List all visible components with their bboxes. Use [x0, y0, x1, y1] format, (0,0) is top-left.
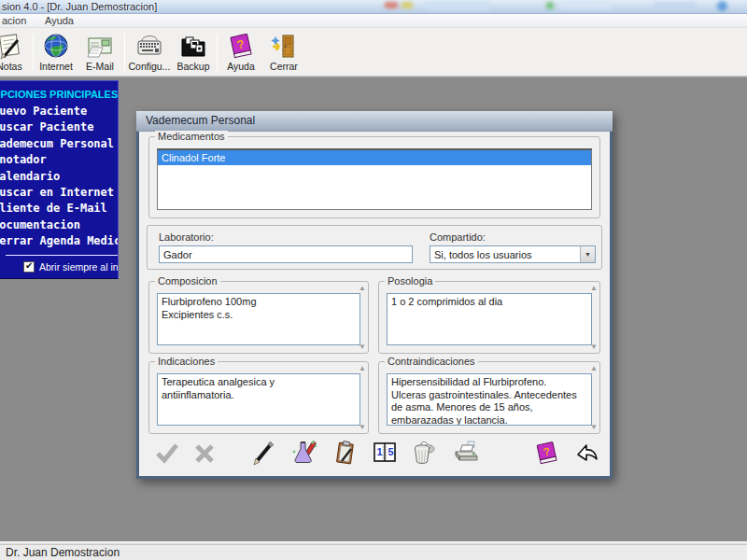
- contraindicaciones-textarea[interactable]: Hipersensibilidad al Flurbiprofeno. Ulce…: [387, 373, 592, 426]
- composicion-label: Composicion: [155, 275, 220, 287]
- background-window-artifact: [546, 2, 554, 9]
- ayuda-button[interactable]: ? Ayuda: [220, 32, 261, 75]
- medicamento-selected-item[interactable]: Clinadol Forte: [158, 150, 591, 165]
- toolbar-label: Configu...: [129, 61, 171, 72]
- toolbar-label: Cerrar: [270, 61, 298, 72]
- toolbar-label: Notas: [0, 61, 22, 72]
- toolbar-label: Internet: [39, 61, 73, 72]
- toolbar-label: Ayuda: [227, 61, 255, 72]
- cancel-icon[interactable]: [191, 440, 218, 466]
- laboratorio-input[interactable]: Gador: [159, 245, 413, 263]
- dropdown-arrow-icon[interactable]: [580, 246, 595, 262]
- edit-pencil-icon[interactable]: [250, 440, 276, 466]
- abrir-siempre-checkbox[interactable]: [23, 261, 35, 273]
- scroll-up-icon[interactable]: [590, 284, 598, 292]
- sidebar-item-calendario[interactable]: Calendario: [0, 169, 119, 185]
- indicaciones-textarea[interactable]: Terapeutica analgesica y antiinflamatori…: [157, 373, 360, 426]
- compartido-dropdown[interactable]: Si, todos los usuarios: [430, 245, 596, 263]
- globe-icon: [42, 32, 70, 60]
- sidebar-item-buscar-en-internet[interactable]: Buscar en Internet: [0, 185, 119, 201]
- abrir-siempre-checkbox-label: Abrir siempre al iniciar: [39, 261, 119, 273]
- help-book-icon[interactable]: ?: [534, 440, 560, 466]
- toolbar-separator: [217, 34, 218, 71]
- window-titlebar[interactable]: sion 4.0 - [Dr. Juan Demostracion]: [0, 0, 747, 14]
- toolbar-label: E-Mail: [86, 61, 114, 72]
- internet-button[interactable]: Internet: [35, 32, 77, 75]
- sidebar-item-nuevo-paciente[interactable]: Nuevo Paciente: [0, 104, 119, 119]
- application-window: sion 4.0 - [Dr. Juan Demostracion] acion…: [0, 0, 747, 560]
- backup-folder-icon: [179, 32, 207, 60]
- keyboard-icon: [135, 32, 163, 60]
- help-book-icon: ?: [227, 32, 255, 60]
- lab-compartido-frame: Laboratorio: Gador Compartido: Si, todos…: [147, 225, 602, 270]
- exit-arrow-icon[interactable]: [574, 440, 600, 466]
- email-icon: [86, 32, 114, 60]
- composicion-textarea[interactable]: Flurbiprofeno 100mg Excipientes c.s.: [157, 293, 360, 345]
- backup-button[interactable]: Backup: [172, 32, 215, 75]
- status-text: Dr. Juan Demostracion: [6, 546, 120, 559]
- indicaciones-groupbox: Indicaciones Terapeutica analgesica y an…: [148, 361, 369, 434]
- background-window-artifact: [654, 2, 696, 9]
- medicamentos-listbox[interactable]: Clinadol Forte: [157, 148, 592, 210]
- sidebar-header: OPCIONES PRINCIPALES:: [0, 81, 119, 104]
- cerrar-button[interactable]: Cerrar: [263, 32, 304, 75]
- confirm-icon[interactable]: [154, 440, 180, 466]
- scroll-down-icon[interactable]: [590, 343, 598, 351]
- background-window-artifact: [425, 1, 490, 10]
- svg-text:5: 5: [388, 446, 394, 457]
- email-button[interactable]: E-Mail: [79, 32, 120, 75]
- trash-icon[interactable]: [411, 440, 437, 466]
- main-toolbar: Notas Internet E-Mail: [0, 28, 747, 77]
- notes-icon: [0, 32, 23, 60]
- vademecum-personal-dialog: Vademecum Personal Medicamentos Clinadol…: [136, 111, 613, 479]
- scroll-up-icon[interactable]: [359, 364, 366, 372]
- menu-item-configuracion[interactable]: acion: [2, 15, 26, 26]
- toolbar-separator: [124, 34, 125, 71]
- sidebar-item-anotador[interactable]: Anotador: [0, 152, 119, 168]
- sidebar-item-cliente-de-email[interactable]: Cliente de E-Mail: [0, 201, 119, 217]
- background-window-artifact: [402, 2, 413, 8]
- main-workspace: OPCIONES PRINCIPALES: Nuevo Paciente Bus…: [0, 77, 747, 541]
- sidebar-item-buscar-paciente[interactable]: Buscar Paciente: [0, 119, 119, 135]
- printer-icon[interactable]: [453, 440, 479, 466]
- toolbar-label: Backup: [176, 61, 209, 72]
- indicaciones-label: Indicaciones: [155, 356, 218, 367]
- laboratorio-label: Laboratorio:: [159, 231, 214, 243]
- window-title: sion 4.0 - [Dr. Juan Demostracion]: [2, 1, 157, 12]
- sidebar-item-cerrar-agenda-medica[interactable]: Cerrar Agenda Medica: [0, 233, 119, 249]
- background-window-artifact: [717, 1, 727, 11]
- scroll-down-icon[interactable]: [359, 423, 366, 431]
- dialog-titlebar[interactable]: Vademecum Personal: [136, 111, 613, 132]
- status-bar: Dr. Juan Demostracion: [0, 544, 747, 560]
- sidebar-item-vademecum-personal[interactable]: Vademecum Personal: [0, 136, 119, 152]
- svg-text:1: 1: [377, 446, 383, 457]
- exit-door-icon: [270, 32, 298, 60]
- compartido-selected-value: Si, todos los usuarios: [434, 249, 532, 260]
- scroll-down-icon[interactable]: [590, 423, 598, 431]
- vademecum-book-icon[interactable]: 1 5: [372, 440, 398, 466]
- notas-button[interactable]: Notas: [0, 32, 30, 75]
- medicamentos-groupbox: Medicamentos Clinadol Forte: [148, 136, 600, 218]
- toolbar-separator: [33, 34, 34, 71]
- posologia-textarea[interactable]: 1 o 2 comprimidos al dia: [387, 293, 592, 345]
- posologia-groupbox: Posologia 1 o 2 comprimidos al dia: [378, 281, 600, 354]
- scroll-up-icon[interactable]: [590, 364, 598, 372]
- contraindicaciones-groupbox: Contraindicaciones Hipersensibilidad al …: [378, 361, 600, 434]
- posologia-label: Posologia: [385, 275, 435, 287]
- menu-item-ayuda[interactable]: Ayuda: [45, 15, 74, 26]
- clipboard-icon[interactable]: [331, 440, 358, 466]
- composicion-groupbox: Composicion Flurbiprofeno 100mg Excipien…: [148, 281, 369, 354]
- lab-flask-icon[interactable]: [291, 440, 317, 466]
- configuracion-button[interactable]: Configu...: [127, 32, 172, 75]
- contraindicaciones-label: Contraindicaciones: [385, 356, 478, 367]
- scroll-up-icon[interactable]: [359, 284, 366, 292]
- medicamentos-label: Medicamentos: [155, 131, 228, 142]
- sidebar-item-documentacion[interactable]: Documentacion: [0, 217, 119, 233]
- menu-bar: acion Ayuda: [0, 14, 747, 28]
- compartido-label: Compartido:: [430, 231, 486, 243]
- sidebar-opciones-principales: OPCIONES PRINCIPALES: Nuevo Paciente Bus…: [0, 80, 119, 279]
- scroll-down-icon[interactable]: [359, 343, 366, 351]
- background-window-artifact: [385, 2, 398, 8]
- background-window-artifact: [560, 2, 612, 9]
- dialog-title: Vademecum Personal: [146, 114, 255, 127]
